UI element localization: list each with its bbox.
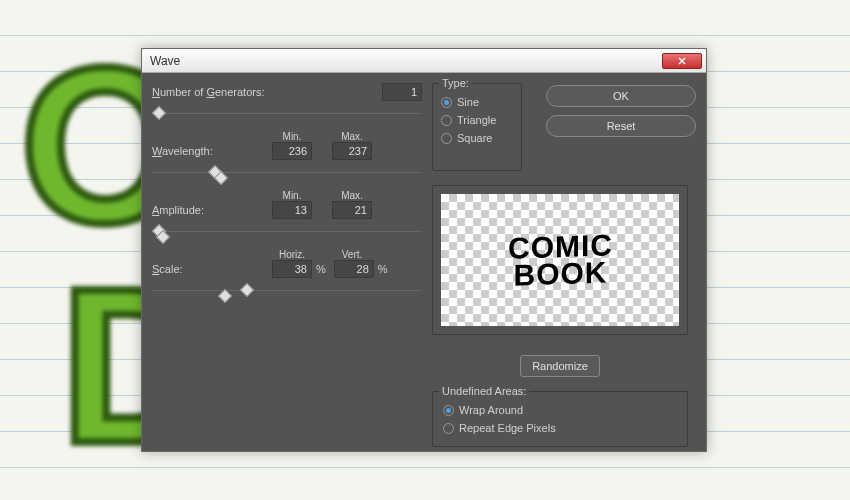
undef-wrap-radio[interactable]: Wrap Around	[443, 404, 677, 416]
percent-label: %	[378, 263, 388, 275]
close-icon	[678, 57, 686, 65]
undef-repeat-radio[interactable]: Repeat Edge Pixels	[443, 422, 677, 434]
slider-thumb-icon[interactable]	[152, 106, 166, 120]
dialog-body: Number of Generators: Min. Max. Waveleng…	[142, 73, 706, 451]
radio-icon	[443, 423, 454, 434]
wavelength-max-label: Max.	[332, 131, 372, 142]
wave-dialog: Wave Number of Generators: Min. Max.	[141, 48, 707, 452]
type-title: Type:	[439, 77, 472, 89]
titlebar[interactable]: Wave	[142, 49, 706, 73]
ok-button[interactable]: OK	[546, 85, 696, 107]
scale-slider[interactable]	[152, 282, 422, 300]
slider-thumb-icon[interactable]	[240, 283, 254, 297]
amplitude-label: Amplitude:	[152, 204, 272, 216]
type-sine-radio[interactable]: Sine	[441, 96, 513, 108]
radio-icon	[441, 115, 452, 126]
percent-label: %	[316, 263, 326, 275]
amplitude-min-input[interactable]	[272, 201, 312, 219]
window-title: Wave	[150, 54, 662, 68]
generators-slider[interactable]	[152, 105, 422, 123]
randomize-button[interactable]: Randomize	[520, 355, 600, 377]
scale-vert-input[interactable]	[334, 260, 374, 278]
undefined-areas-group: Undefined Areas: Wrap Around Repeat Edge…	[432, 391, 688, 447]
type-square-radio[interactable]: Square	[441, 132, 513, 144]
preview-checker: COMIC BOOK	[441, 194, 679, 326]
amplitude-max-label: Max.	[332, 190, 372, 201]
radio-icon	[443, 405, 454, 416]
close-button[interactable]	[662, 53, 702, 69]
generators-label: Number of Generators:	[152, 86, 272, 98]
amplitude-max-input[interactable]	[332, 201, 372, 219]
slider-thumb-icon[interactable]	[218, 289, 232, 303]
type-triangle-radio[interactable]: Triangle	[441, 114, 513, 126]
scale-label: Scale:	[152, 263, 272, 275]
generators-input[interactable]	[382, 83, 422, 101]
reset-button[interactable]: Reset	[546, 115, 696, 137]
wavelength-min-label: Min.	[272, 131, 312, 142]
action-buttons: OK Reset	[546, 85, 696, 145]
undef-title: Undefined Areas:	[439, 385, 529, 397]
wavelength-min-input[interactable]	[272, 142, 312, 160]
wavelength-slider[interactable]	[152, 164, 422, 182]
preview-panel: COMIC BOOK	[432, 185, 688, 335]
radio-icon	[441, 97, 452, 108]
wavelength-max-input[interactable]	[332, 142, 372, 160]
scale-horiz-label: Horiz.	[272, 249, 312, 260]
wavelength-label: Wavelength:	[152, 145, 272, 157]
amplitude-min-label: Min.	[272, 190, 312, 201]
preview-text: COMIC BOOK	[508, 231, 613, 289]
scale-horiz-input[interactable]	[272, 260, 312, 278]
scale-vert-label: Vert.	[332, 249, 372, 260]
amplitude-slider[interactable]	[152, 223, 422, 241]
controls-column: Number of Generators: Min. Max. Waveleng…	[152, 83, 422, 308]
type-group: Type: Sine Triangle Square	[432, 83, 522, 171]
radio-icon	[441, 133, 452, 144]
